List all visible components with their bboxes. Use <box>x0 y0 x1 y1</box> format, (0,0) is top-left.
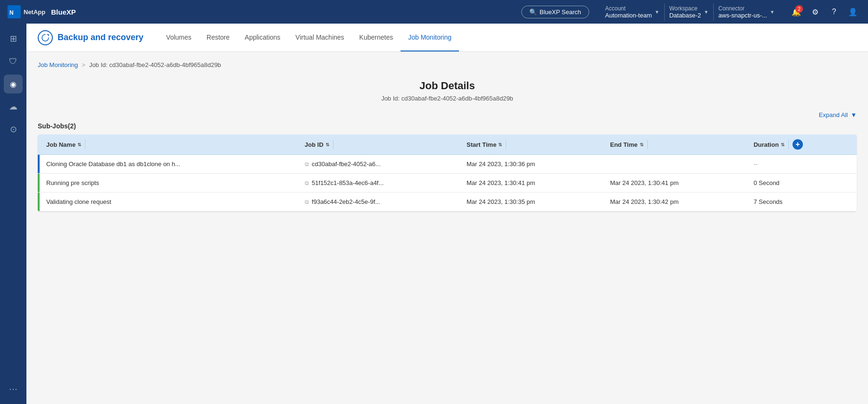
settings-button[interactable]: ⚙ <box>808 4 823 19</box>
connector-chevron-icon: ▼ <box>770 9 775 15</box>
job-id-value-3: f93a6c44-2eb2-4c5e-9f... <box>312 198 380 205</box>
netapp-logo: N NetApp <box>8 5 45 18</box>
tab-volumes[interactable]: Volumes <box>159 24 199 51</box>
breadcrumb-parent[interactable]: Job Monitoring <box>38 61 78 68</box>
col-label-start-time: Start Time <box>467 141 496 148</box>
col-label-duration: Duration <box>753 141 778 148</box>
expand-all-chevron-icon: ▼ <box>851 111 857 118</box>
account-label: Account <box>605 5 652 12</box>
breadcrumb: Job Monitoring > Job Id: cd30abaf-fbe2-4… <box>38 61 857 68</box>
expand-all-row: Expand All ▼ <box>38 111 857 118</box>
tab-applications[interactable]: Applications <box>237 24 288 51</box>
duration-value-1: -- <box>753 160 758 168</box>
col-header-duration: Duration ⇅ + <box>747 135 857 155</box>
service-name: Backup and recovery <box>58 33 143 42</box>
end-time-2: Mar 24 2023, 1:30:41 pm <box>603 174 747 193</box>
brand: N NetApp BlueXP <box>8 5 76 18</box>
dashboard-icon: ⊞ <box>10 34 17 44</box>
duration-2: 0 Second <box>747 174 857 193</box>
help-button[interactable]: ? <box>826 4 842 19</box>
table-row: Running pre scripts ⧉ 51f152c1-853a-4ec6… <box>38 174 857 193</box>
start-time-2: Mar 24 2023, 1:30:41 pm <box>460 174 603 193</box>
table-row: Cloning Oracle Database db1 as db1clone … <box>38 155 857 174</box>
sort-icon-job-id[interactable]: ⇅ <box>326 142 329 147</box>
account-selector[interactable]: Account Automation-team ▼ <box>601 3 665 21</box>
job-id-value-1: cd30abaf-fbe2-4052-a6... <box>312 160 381 168</box>
sidebar-item-dashboard[interactable]: ⊞ <box>4 29 23 48</box>
data-icon: ⊙ <box>10 124 17 135</box>
sort-icon-start-time[interactable]: ⇅ <box>498 142 502 147</box>
table-row: Validating clone request ⧉ f93a6c44-2eb2… <box>38 193 857 211</box>
copy-icon-3[interactable]: ⧉ <box>305 199 309 205</box>
sidebar-item-more[interactable]: ⋯ <box>4 379 23 398</box>
sub-jobs-table: Job Name ⇅ Job ID ⇅ <box>38 135 857 211</box>
sidebar-item-protection[interactable]: ◉ <box>4 75 23 93</box>
account-value: Automation-team <box>605 12 652 19</box>
backup-recovery-icon <box>41 34 50 42</box>
sort-icon-job-name[interactable]: ⇅ <box>77 142 81 147</box>
sidebar-item-security[interactable]: 🛡 <box>4 52 23 71</box>
workspace-label: Workspace <box>669 5 701 12</box>
job-details-id: Job Id: cd30abaf-fbe2-4052-a6db-4bf965a8… <box>38 95 857 102</box>
tab-virtual-machines[interactable]: Virtual Machines <box>288 24 351 51</box>
protection-icon: ◉ <box>10 80 17 89</box>
col-header-start-time: Start Time ⇅ <box>460 135 603 155</box>
connector-label: Connector <box>718 5 767 12</box>
sort-icon-end-time[interactable]: ⇅ <box>640 142 643 147</box>
breadcrumb-separator: > <box>82 61 85 68</box>
notifications-button[interactable]: 🔔 2 <box>789 4 804 19</box>
copy-icon-2[interactable]: ⧉ <box>305 180 309 186</box>
col-divider-4 <box>647 140 648 149</box>
connector-value: aws-snapctr-us-... <box>718 12 767 19</box>
tab-job-monitoring[interactable]: Job Monitoring <box>401 24 459 51</box>
table-header: Job Name ⇅ Job ID ⇅ <box>38 135 857 155</box>
layout: ⊞ 🛡 ◉ ☁ ⊙ ⋯ <box>0 24 868 404</box>
end-time-1 <box>603 155 747 174</box>
duration-1: -- <box>747 155 857 174</box>
search-label: BlueXP Search <box>540 8 581 16</box>
col-divider-3 <box>506 140 506 149</box>
tab-kubernetes[interactable]: Kubernetes <box>352 24 401 51</box>
page-content: Job Monitoring > Job Id: cd30abaf-fbe2-4… <box>26 52 868 404</box>
add-column-button[interactable]: + <box>793 139 803 150</box>
col-label-job-id: Job ID <box>305 141 324 148</box>
sidebar-item-cloud[interactable]: ☁ <box>4 97 23 116</box>
table-body: Cloning Oracle Database db1 as db1clone … <box>38 155 857 211</box>
col-header-end-time: End Time ⇅ <box>603 135 747 155</box>
job-details-header: Job Details Job Id: cd30abaf-fbe2-4052-a… <box>38 80 857 102</box>
expand-all-label: Expand All <box>819 111 848 118</box>
sidebar: ⊞ 🛡 ◉ ☁ ⊙ ⋯ <box>0 24 26 404</box>
user-button[interactable]: 👤 <box>845 4 860 19</box>
search-button[interactable]: 🔍 BlueXP Search <box>521 6 589 18</box>
job-id-value-2: 51f152c1-853a-4ec6-a4f... <box>312 179 384 186</box>
nav-tabs: Volumes Restore Applications Virtual Mac… <box>159 24 459 51</box>
copy-icon-1[interactable]: ⧉ <box>305 161 309 168</box>
job-details-title: Job Details <box>38 80 857 92</box>
netapp-text: NetApp <box>24 8 45 16</box>
connector-selector[interactable]: Connector aws-snapctr-us-... ▼ <box>714 3 779 21</box>
service-title: Backup and recovery <box>38 30 143 45</box>
col-label-job-name: Job Name <box>46 141 75 148</box>
service-header: Backup and recovery Volumes Restore Appl… <box>26 24 868 52</box>
navbar-icons: 🔔 2 ⚙ ? 👤 <box>789 4 860 19</box>
shield-icon: 🛡 <box>9 57 17 67</box>
cloud-icon: ☁ <box>9 101 17 112</box>
account-chevron-icon: ▼ <box>655 9 659 15</box>
job-id-cell-1: ⧉ cd30abaf-fbe2-4052-a6... <box>298 155 460 174</box>
job-id-cell-3: ⧉ f93a6c44-2eb2-4c5e-9f... <box>298 193 460 211</box>
more-icon: ⋯ <box>9 384 17 394</box>
sort-icon-duration[interactable]: ⇅ <box>781 142 785 147</box>
job-name-2: Running pre scripts <box>40 174 298 193</box>
workspace-selector[interactable]: Workspace Database-2 ▼ <box>665 3 714 21</box>
netapp-logo-icon: N <box>8 5 21 18</box>
tab-restore[interactable]: Restore <box>199 24 237 51</box>
svg-text:N: N <box>9 9 14 16</box>
breadcrumb-current: Job Id: cd30abaf-fbe2-4052-a6db-4bf965a8… <box>89 61 221 68</box>
duration-3: 7 Seconds <box>747 193 857 211</box>
sidebar-item-data[interactable]: ⊙ <box>4 120 23 139</box>
sub-jobs-label: Sub-Jobs(2) <box>38 122 857 130</box>
col-header-job-id: Job ID ⇅ <box>298 135 460 155</box>
notification-badge: 2 <box>795 5 803 13</box>
main-content: Backup and recovery Volumes Restore Appl… <box>26 24 868 404</box>
expand-all-button[interactable]: Expand All ▼ <box>819 111 857 118</box>
